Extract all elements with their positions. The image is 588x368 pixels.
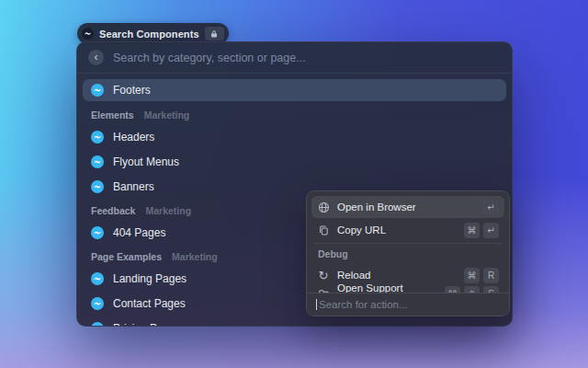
action-copy-url[interactable]: Copy URL ⌘ ↵	[311, 219, 504, 241]
list-item-label: Flyout Menus	[113, 155, 179, 168]
globe-icon	[317, 201, 330, 213]
components-logo-icon	[91, 180, 104, 193]
list-item-label: Headers	[113, 131, 154, 144]
list-item-label: Pricing Pages	[113, 322, 181, 327]
search-input[interactable]	[113, 52, 501, 64]
actions-panel: Open in Browser ↵ Copy URL ⌘ ↵ Debug ↻ R…	[306, 190, 510, 316]
list-item-footers[interactable]: Footers	[83, 79, 506, 101]
key-return: ↵	[483, 223, 499, 238]
section-title: Page Examples	[91, 251, 162, 262]
section-title: Feedback	[91, 205, 135, 216]
action-label: Open in Browser	[337, 201, 416, 213]
components-logo-icon	[82, 28, 94, 40]
action-label: Reload	[337, 270, 370, 281]
action-search-placeholder: Search for action...	[319, 299, 408, 310]
text-cursor	[316, 299, 317, 310]
components-logo-icon	[91, 226, 104, 239]
lock-badge	[205, 27, 224, 40]
action-search-bar[interactable]: Search for action...	[307, 293, 509, 316]
reload-icon: ↻	[317, 270, 330, 282]
chevron-left-icon: ‹	[95, 51, 98, 64]
key-return: ↵	[483, 200, 499, 215]
actions-divider	[314, 243, 502, 244]
components-logo-icon	[91, 155, 104, 168]
pill-label: Search Components	[99, 29, 199, 40]
section-title: Elements	[91, 109, 134, 121]
actions-section-debug: Debug	[318, 248, 348, 259]
shortcut-keys: ⌘ R	[464, 268, 499, 283]
key-cmd: ⌘	[464, 268, 480, 283]
shortcut-keys: ↵	[483, 200, 499, 215]
list-item-headers[interactable]: Headers	[83, 126, 506, 147]
section-subtitle: Marketing	[172, 251, 218, 262]
list-item-label: Footers	[113, 84, 151, 97]
search-bar: ‹	[77, 42, 512, 73]
list-item-flyout-menus[interactable]: Flyout Menus	[83, 151, 506, 172]
components-logo-icon	[91, 322, 104, 327]
back-button[interactable]: ‹	[88, 50, 104, 65]
section-header-elements: Elements Marketing	[91, 109, 498, 121]
components-logo-icon	[91, 272, 104, 285]
action-open-in-browser[interactable]: Open in Browser ↵	[311, 196, 504, 218]
list-item-label: 404 Pages	[113, 226, 165, 239]
list-item-label: Banners	[113, 180, 154, 193]
list-item-label: Contact Pages	[113, 297, 186, 310]
section-subtitle: Marketing	[144, 109, 190, 121]
section-subtitle: Marketing	[145, 205, 191, 216]
list-item-pricing-pages[interactable]: Pricing Pages	[83, 317, 506, 326]
components-logo-icon	[91, 131, 104, 144]
components-logo-icon	[91, 297, 104, 310]
shortcut-keys: ⌘ ↵	[464, 223, 499, 238]
key-r: R	[483, 268, 499, 283]
list-item-label: Landing Pages	[113, 272, 187, 285]
components-logo-icon	[91, 84, 104, 97]
desktop-background: Search Components ‹ Footers	[0, 0, 588, 368]
key-cmd: ⌘	[464, 223, 480, 238]
action-label: Copy URL	[337, 224, 386, 236]
clipboard-icon	[317, 224, 330, 236]
lock-icon	[209, 29, 219, 39]
